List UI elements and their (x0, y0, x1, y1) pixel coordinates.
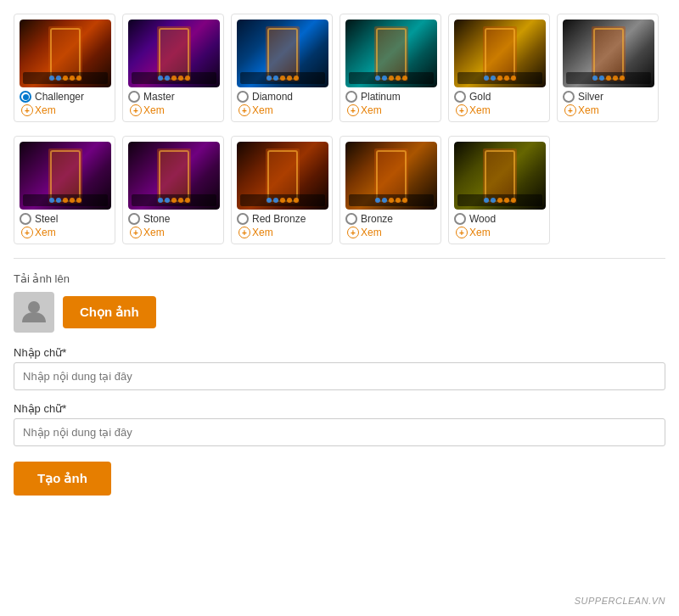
field1-input[interactable] (14, 362, 665, 390)
view-link-challenger[interactable]: +Xem (21, 104, 56, 116)
upload-label: Tải ảnh lên (14, 272, 665, 285)
view-link-wood[interactable]: +Xem (456, 227, 491, 238)
card-image-master (128, 20, 220, 87)
plus-circle-icon: + (238, 104, 250, 116)
card-item-wood[interactable]: Wood+Xem (448, 136, 550, 244)
plus-circle-icon: + (564, 104, 576, 116)
card-image-platinum (345, 20, 437, 87)
card-name-master: Master (143, 91, 175, 103)
view-text-bronze: Xem (361, 227, 382, 238)
card-item-bronze[interactable]: Bronze+Xem (340, 136, 441, 244)
user-icon (20, 299, 48, 326)
view-link-steel[interactable]: +Xem (21, 227, 56, 238)
radio-master[interactable] (128, 91, 140, 103)
view-text-diamond: Xem (252, 104, 273, 116)
view-link-red-bronze[interactable]: +Xem (238, 227, 273, 238)
card-name-red-bronze: Red Bronze (252, 213, 306, 225)
card-row-1: Challenger+XemMaster+XemDiamond+XemPlati… (14, 14, 665, 122)
view-text-challenger: Xem (35, 104, 56, 116)
field2-input[interactable] (14, 418, 665, 446)
svg-point-0 (28, 301, 40, 313)
plus-circle-icon: + (130, 104, 142, 116)
view-link-bronze[interactable]: +Xem (347, 227, 382, 238)
view-text-master: Xem (143, 104, 165, 116)
card-item-diamond[interactable]: Diamond+Xem (231, 14, 333, 122)
section-divider (14, 258, 665, 259)
card-name-diamond: Diamond (252, 91, 293, 103)
card-item-silver[interactable]: Silver+Xem (557, 14, 659, 122)
view-text-stone: Xem (143, 227, 165, 238)
card-name-bronze: Bronze (361, 213, 393, 225)
card-image-diamond (237, 20, 328, 87)
card-image-red-bronze (237, 142, 328, 210)
card-item-steel[interactable]: Steel+Xem (14, 136, 115, 244)
radio-wood[interactable] (454, 213, 466, 225)
view-text-red-bronze: Xem (252, 227, 273, 238)
card-name-platinum: Platinum (361, 91, 401, 103)
page-container: Challenger+XemMaster+XemDiamond+XemPlati… (0, 0, 679, 616)
card-name-wood: Wood (469, 213, 496, 225)
plus-circle-icon: + (238, 227, 250, 238)
form-group-1: Nhập chữ* (14, 346, 665, 390)
view-link-silver[interactable]: +Xem (564, 104, 599, 116)
view-link-diamond[interactable]: +Xem (238, 104, 273, 116)
radio-challenger[interactable] (20, 91, 31, 103)
card-image-challenger (20, 20, 111, 87)
plus-circle-icon: + (347, 227, 359, 238)
view-text-gold: Xem (469, 104, 491, 116)
radio-gold[interactable] (454, 91, 466, 103)
view-link-platinum[interactable]: +Xem (347, 104, 382, 116)
form-group-2: Nhập chữ* (14, 402, 665, 446)
plus-circle-icon: + (130, 227, 142, 238)
card-image-gold (454, 20, 546, 87)
avatar-placeholder (14, 292, 54, 333)
view-text-silver: Xem (578, 104, 599, 116)
card-item-master[interactable]: Master+Xem (122, 14, 224, 122)
radio-silver[interactable] (563, 91, 575, 103)
card-image-silver (563, 20, 654, 87)
card-name-stone: Stone (143, 213, 170, 225)
radio-stone[interactable] (128, 213, 140, 225)
radio-red-bronze[interactable] (237, 213, 249, 225)
card-item-gold[interactable]: Gold+Xem (448, 14, 550, 122)
field2-label: Nhập chữ* (14, 402, 665, 415)
plus-circle-icon: + (456, 227, 468, 238)
upload-row: Chọn ảnh (14, 292, 665, 333)
plus-circle-icon: + (347, 104, 359, 116)
plus-circle-icon: + (21, 227, 33, 238)
card-name-challenger: Challenger (35, 91, 84, 103)
radio-platinum[interactable] (345, 91, 357, 103)
card-name-silver: Silver (578, 91, 603, 103)
upload-section: Tải ảnh lên Chọn ảnh (14, 272, 665, 333)
watermark: SUPPERCLEAN.VN (575, 596, 665, 606)
card-image-bronze (345, 142, 437, 210)
view-link-gold[interactable]: +Xem (456, 104, 491, 116)
card-image-wood (454, 142, 546, 210)
radio-bronze[interactable] (345, 213, 357, 225)
view-text-wood: Xem (469, 227, 491, 238)
card-item-platinum[interactable]: Platinum+Xem (340, 14, 441, 122)
view-link-stone[interactable]: +Xem (130, 227, 165, 238)
card-item-stone[interactable]: Stone+Xem (122, 136, 224, 244)
view-link-master[interactable]: +Xem (130, 104, 165, 116)
card-name-steel: Steel (35, 213, 58, 225)
plus-circle-icon: + (456, 104, 468, 116)
plus-circle-icon: + (21, 104, 33, 116)
card-row-2: Steel+XemStone+XemRed Bronze+XemBronze+X… (14, 136, 665, 244)
card-name-gold: Gold (469, 91, 491, 103)
card-item-challenger[interactable]: Challenger+Xem (14, 14, 115, 122)
radio-diamond[interactable] (237, 91, 249, 103)
radio-steel[interactable] (20, 213, 31, 225)
view-text-steel: Xem (35, 227, 56, 238)
view-text-platinum: Xem (361, 104, 382, 116)
card-item-red-bronze[interactable]: Red Bronze+Xem (231, 136, 333, 244)
field1-label: Nhập chữ* (14, 346, 665, 359)
choose-image-button[interactable]: Chọn ảnh (63, 296, 156, 328)
card-image-steel (20, 142, 111, 210)
card-image-stone (128, 142, 220, 210)
submit-button[interactable]: Tạo ảnh (14, 462, 111, 496)
